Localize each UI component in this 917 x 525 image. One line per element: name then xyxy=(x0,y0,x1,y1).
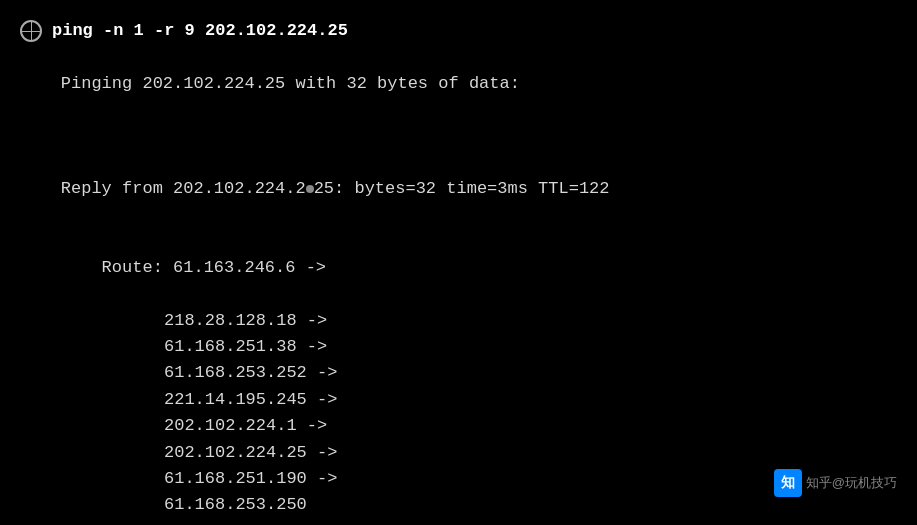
route-hop-line: 218.28.128.18 -> xyxy=(20,308,897,334)
empty-line-2 xyxy=(20,519,897,525)
reply-text: Reply from 202.102.224.225: bytes=32 tim… xyxy=(61,179,610,198)
globe-icon xyxy=(20,20,42,42)
cursor-dot xyxy=(306,185,314,193)
command-line: ping -n 1 -r 9 202.102.224.25 xyxy=(20,18,897,44)
route-hop-line: 202.102.224.1 -> xyxy=(20,413,897,439)
zhihu-logo: 知 xyxy=(774,469,802,497)
route-hop-line: 202.102.224.25 -> xyxy=(20,440,897,466)
route-hop-line: 221.14.195.245 -> xyxy=(20,387,897,413)
route-hop-line: 61.168.251.190 -> xyxy=(20,466,897,492)
route-header-line: Route: 61.163.246.6 -> xyxy=(20,229,897,308)
terminal-window: ping -n 1 -r 9 202.102.224.25 Pinging 20… xyxy=(0,0,917,525)
command-text: ping -n 1 -r 9 202.102.224.25 xyxy=(52,18,348,44)
route-hop-line: 61.168.253.252 -> xyxy=(20,360,897,386)
route-hops-container: 218.28.128.18 ->61.168.251.38 ->61.168.2… xyxy=(20,308,897,519)
route-hop-line: 61.168.251.38 -> xyxy=(20,334,897,360)
pinging-text: Pinging 202.102.224.25 with 32 bytes of … xyxy=(61,74,520,93)
watermark-text: 知乎@玩机技巧 xyxy=(806,474,897,492)
pinging-line: Pinging 202.102.224.25 with 32 bytes of … xyxy=(20,44,897,123)
reply-line: Reply from 202.102.224.225: bytes=32 tim… xyxy=(20,150,897,229)
route-indent-spaces: Route: 61.163.246.6 -> xyxy=(61,258,326,277)
route-hop-line: 61.168.253.250 xyxy=(20,492,897,518)
empty-line-1 xyxy=(20,123,897,149)
watermark: 知 知乎@玩机技巧 xyxy=(774,469,897,497)
